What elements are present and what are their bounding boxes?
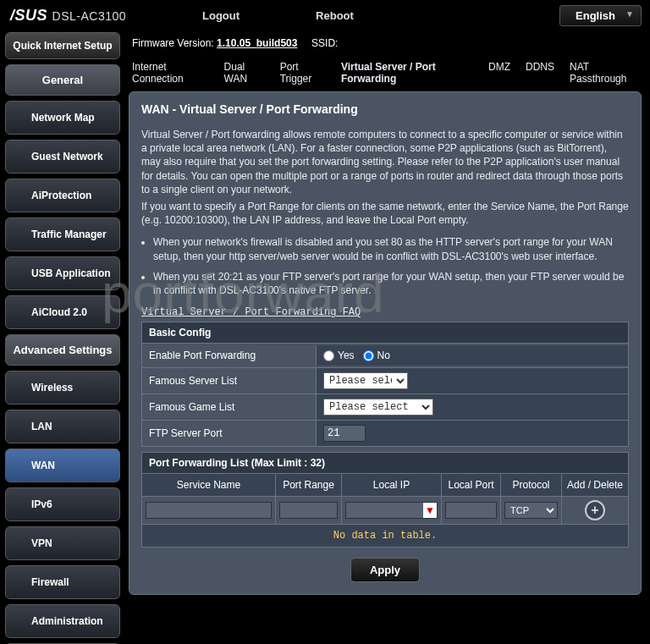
intro-para-1: Virtual Server / Port forwarding allows …	[141, 128, 629, 196]
add-row-button[interactable]: +	[585, 500, 605, 520]
tab-dual-wan[interactable]: Dual WAN	[224, 61, 265, 85]
intro-para-2: If you want to specify a Port Range for …	[141, 200, 629, 227]
pf-list-header: Port Forwarding List (Max Limit : 32)	[142, 453, 628, 473]
tab-dmz[interactable]: DMZ	[488, 61, 510, 85]
col-service-name: Service Name	[142, 474, 276, 496]
sidebar-item-administration[interactable]: Administration	[5, 604, 120, 638]
sidebar-item-firewall[interactable]: Firewall	[5, 565, 120, 599]
tab-ddns[interactable]: DDNS	[526, 61, 554, 85]
enable-pf-label: Enable Port Forwarding	[142, 344, 316, 367]
sidebar-header-general: General	[5, 64, 120, 96]
sidebar-item-vpn[interactable]: VPN	[5, 526, 120, 560]
famous-game-select[interactable]: Please select	[323, 399, 433, 416]
sidebar-item-ipv6[interactable]: IPv6	[5, 487, 120, 521]
page-title: WAN - Virtual Server / Port Forwarding	[141, 102, 629, 116]
tab-port-trigger[interactable]: Port Trigger	[280, 61, 326, 85]
yes-label: Yes	[338, 350, 355, 361]
famous-game-label: Famous Game List	[142, 395, 316, 419]
quick-internet-setup-button[interactable]: Quick Internet Setup	[5, 32, 120, 59]
tab-internet-connection[interactable]: Internet Connection	[132, 61, 209, 85]
faq-link[interactable]: Virtual Server / Port Forwarding FAQ	[141, 306, 361, 318]
local-ip-input[interactable]	[346, 503, 423, 518]
col-protocol: Protocol	[501, 474, 562, 496]
sidebar-item-aicloud[interactable]: AiCloud 2.0	[5, 295, 120, 329]
model-label: DSL-AC3100	[52, 9, 127, 23]
col-local-ip: Local IP	[342, 474, 442, 496]
local-ip-dropdown-icon[interactable]: ▼	[423, 503, 437, 518]
enable-pf-no-radio[interactable]	[363, 350, 374, 361]
sidebar-item-usb-application[interactable]: USB Application	[5, 256, 120, 290]
protocol-select[interactable]: TCP	[504, 502, 558, 519]
apply-button[interactable]: Apply	[350, 558, 420, 582]
sidebar-item-network-map[interactable]: Network Map	[5, 101, 120, 135]
sidebar-item-aiprotection[interactable]: AiProtection	[5, 179, 120, 212]
basic-config-header: Basic Config	[141, 322, 629, 344]
col-add-delete: Add / Delete	[562, 474, 628, 496]
note-bullet-1: When your network's firewall is disabled…	[153, 235, 629, 262]
ftp-port-label: FTP Server Port	[142, 421, 316, 445]
tab-virtual-server[interactable]: Virtual Server / Port Forwarding	[341, 61, 473, 85]
sidebar-header-advanced: Advanced Settings	[5, 334, 120, 366]
tab-nat-passthrough[interactable]: NAT Passthrough	[570, 61, 638, 85]
language-dropdown[interactable]: English	[559, 5, 642, 26]
service-name-input[interactable]	[146, 502, 272, 519]
ssid-label: SSID:	[311, 37, 338, 49]
no-label: No	[377, 350, 390, 361]
sidebar-item-wireless[interactable]: Wireless	[5, 371, 120, 405]
col-port-range: Port Range	[276, 474, 342, 496]
sidebar-item-guest-network[interactable]: Guest Network	[5, 140, 120, 173]
brand-logo: /SUS DSL-AC3100	[10, 7, 126, 25]
sidebar-item-traffic-manager[interactable]: Traffic Manager	[5, 217, 120, 251]
no-data-message: No data in table.	[142, 524, 628, 547]
local-port-input[interactable]	[445, 502, 497, 519]
enable-pf-yes-radio[interactable]	[323, 350, 334, 361]
firmware-label: Firmware Version:	[132, 37, 214, 49]
sidebar-item-wan[interactable]: WAN	[5, 449, 120, 482]
famous-server-label: Famous Server List	[142, 369, 316, 393]
logout-link[interactable]: Logout	[202, 9, 240, 22]
ftp-port-input[interactable]	[323, 425, 366, 442]
sidebar-item-lan[interactable]: LAN	[5, 410, 120, 443]
note-bullet-2: When you set 20:21 as your FTP server's …	[153, 270, 629, 297]
reboot-link[interactable]: Reboot	[316, 9, 354, 22]
famous-server-select[interactable]: Please select	[323, 372, 408, 389]
firmware-version-link[interactable]: 1.10.05_build503	[217, 37, 297, 49]
col-local-port: Local Port	[442, 474, 501, 496]
port-range-input[interactable]	[279, 502, 338, 519]
